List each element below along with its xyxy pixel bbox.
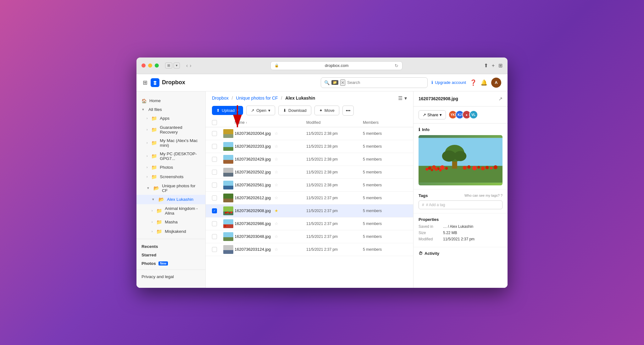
back-button[interactable]: ‹ <box>186 63 188 68</box>
sidebar-item-unique-photos[interactable]: ▼ 📂 Unique photos for CF <box>136 182 205 195</box>
breadcrumb-link-dropbox[interactable]: Dropbox <box>212 96 229 101</box>
tags-help-icon: ? <box>501 194 502 197</box>
row-checkbox[interactable] <box>212 183 217 188</box>
table-row[interactable]: 1620736203048.jpg ☆ 11/5/2021 2:37 pm 5 … <box>206 230 413 243</box>
sidebar-item-apps[interactable]: › 📁 Apps <box>136 114 205 123</box>
refresh-button[interactable]: ↻ <box>395 63 398 68</box>
sidebar-item-animal-kingdom[interactable]: › 📁 Animal kingdom - Alina <box>136 204 205 217</box>
property-size: Size 5.22 MB <box>419 231 502 235</box>
maximize-button[interactable] <box>155 63 159 68</box>
table-row[interactable]: 1620736202004.jpg ☆ 11/5/2021 2:38 pm 5 … <box>206 127 413 140</box>
forward-button[interactable]: › <box>190 63 191 68</box>
folder-icon: 📁 <box>151 153 157 159</box>
table-row[interactable]: ✓ 1620736202908.jpg ★ 11/5/2021 2:37 pm … <box>206 205 413 217</box>
star-icon[interactable]: ☆ <box>275 131 278 136</box>
sidebar-item-photos-new[interactable]: Photos New <box>136 259 205 267</box>
view-toggle-chevron[interactable]: ▾ <box>404 95 407 101</box>
star-icon[interactable]: ☆ <box>275 221 278 226</box>
sidebar-item-photos[interactable]: › 📁 Photos <box>136 163 205 172</box>
panel-export-button[interactable]: ↗ <box>498 96 502 102</box>
row-checkbox[interactable] <box>212 131 217 136</box>
new-tab-button[interactable]: + <box>492 63 495 68</box>
svg-point-15 <box>227 211 229 213</box>
star-icon[interactable]: ★ <box>275 208 278 213</box>
share-button[interactable]: ↗ Share ▾ <box>419 110 446 119</box>
sidebar-item-recents[interactable]: Recents <box>136 242 205 250</box>
apps-grid-button[interactable]: ⊞ <box>143 79 147 86</box>
sidebar-item-starred[interactable]: Starred <box>136 250 205 259</box>
file-thumbnail <box>223 155 233 164</box>
star-icon[interactable]: ☆ <box>275 157 278 162</box>
row-checkbox[interactable]: ✓ <box>212 208 217 213</box>
star-icon[interactable]: ☆ <box>275 195 278 200</box>
row-checkbox[interactable] <box>212 247 217 252</box>
table-row[interactable]: 1620736202502.jpg ☆ 11/5/2021 2:38 pm 5 … <box>206 166 413 179</box>
file-thumbnail <box>223 194 233 202</box>
close-button[interactable] <box>142 63 146 68</box>
sidebar-item-guaranteed-recovery[interactable]: › 📁 Guaranteed Recovery <box>136 123 205 136</box>
sidebar-item-misjkakend[interactable]: › 📁 Misjkakend <box>136 227 205 236</box>
breadcrumb-link-unique-photos[interactable]: Unique photos for CF <box>236 96 278 101</box>
user-avatar[interactable]: A <box>491 78 501 88</box>
tag-input[interactable]: # # Add a tag <box>419 200 502 209</box>
more-options-button[interactable]: ••• <box>342 106 354 116</box>
name-column-header[interactable]: Name ↑ <box>235 120 306 125</box>
minimize-button[interactable] <box>148 63 152 68</box>
row-checkbox[interactable] <box>212 144 217 149</box>
download-button[interactable]: ⬇ Download <box>278 106 311 115</box>
sidebar-item-all-files[interactable]: ▼ All files <box>136 105 205 114</box>
upload-button[interactable]: ⬆ Upload ▾ <box>212 106 243 115</box>
table-row[interactable]: 1620736202612.jpg ☆ 11/5/2021 2:37 pm 5 … <box>206 192 413 205</box>
table-row[interactable]: 1620736202986.jpg ☆ 11/5/2021 2:37 pm 5 … <box>206 217 413 230</box>
sidebar-toggle-chevron[interactable]: ▾ <box>174 63 180 68</box>
star-icon[interactable]: ☆ <box>275 234 278 239</box>
modified-column-header[interactable]: Modified <box>306 120 363 125</box>
star-icon[interactable]: ☆ <box>275 144 278 149</box>
upgrade-account-button[interactable]: ℹ Upgrade account <box>431 80 466 85</box>
notifications-button[interactable]: 🔔 <box>480 79 487 86</box>
search-clear-button[interactable]: ✕ <box>340 79 345 86</box>
move-button[interactable]: ✦ Move <box>314 106 339 115</box>
row-checkbox[interactable] <box>212 221 217 226</box>
row-checkbox[interactable] <box>212 157 217 162</box>
star-icon[interactable]: ☆ <box>275 247 278 252</box>
member-avatars: YK KJ ● VL <box>448 110 478 119</box>
sidebar-toggle-button[interactable]: ⊞ <box>165 63 172 68</box>
svg-point-42 <box>486 166 489 169</box>
url-input[interactable]: 🔒 dropbox.com ↻ <box>270 61 402 70</box>
search-input[interactable] <box>347 80 424 85</box>
sidebar-item-alex-lukashin[interactable]: ▼ 📂 Alex Lukashin <box>136 195 205 204</box>
folder-filter-icon[interactable]: 📁 <box>331 80 338 85</box>
sidebar-item-home[interactable]: 🏠 Home <box>136 96 205 105</box>
table-row[interactable]: 1620736202429.jpg ☆ 11/5/2021 2:38 pm 5 … <box>206 153 413 166</box>
list-view-button[interactable]: ☰ <box>398 95 402 101</box>
row-checkbox[interactable] <box>212 195 217 200</box>
sidebar-item-screenshots[interactable]: › 📁 Screenshots <box>136 172 205 182</box>
table-row[interactable]: 1620736202203.jpg ☆ 11/5/2021 2:38 pm 5 … <box>206 140 413 153</box>
row-checkbox[interactable] <box>212 170 217 175</box>
sidebar-item-my-mac[interactable]: › 📁 My Mac (Alex's Mac mini) <box>136 136 205 150</box>
table-row[interactable]: 1620736203124.jpg ☆ 11/5/2021 2:37 pm 5 … <box>206 243 413 256</box>
sidebar-item-privacy[interactable]: Privacy and legal <box>136 272 205 281</box>
sidebar-item-my-pc[interactable]: › 📁 My PC (DESKTOP-GPG7... <box>136 150 205 163</box>
open-button[interactable]: ↗ Open ▾ <box>246 106 275 115</box>
star-icon[interactable]: ☆ <box>275 183 278 187</box>
select-all-checkbox[interactable] <box>212 120 217 125</box>
folder-icon: 📁 <box>156 219 162 225</box>
row-checkbox[interactable] <box>212 234 217 239</box>
share-page-button[interactable]: ⬆ <box>484 63 488 68</box>
folder-icon: 📁 <box>151 127 157 133</box>
sidebar-divider <box>136 239 205 239</box>
help-button[interactable]: ❓ <box>470 79 477 86</box>
share-chevron: ▾ <box>440 112 442 117</box>
sidebar-item-masha[interactable]: › 📁 Masha <box>136 217 205 227</box>
star-icon[interactable]: ☆ <box>275 170 278 174</box>
folder-icon: 📁 <box>151 140 157 146</box>
upload-icon: ⬆ <box>216 108 220 113</box>
grid-view-button[interactable]: ⊞ <box>498 63 502 68</box>
chevron-down-icon: ▼ <box>147 186 150 190</box>
svg-rect-5 <box>223 160 233 164</box>
file-members: 5 members <box>363 234 407 239</box>
table-row[interactable]: 1620736202561.jpg ☆ 11/5/2021 2:38 pm 5 … <box>206 179 413 192</box>
lock-icon: 🔒 <box>275 63 279 68</box>
